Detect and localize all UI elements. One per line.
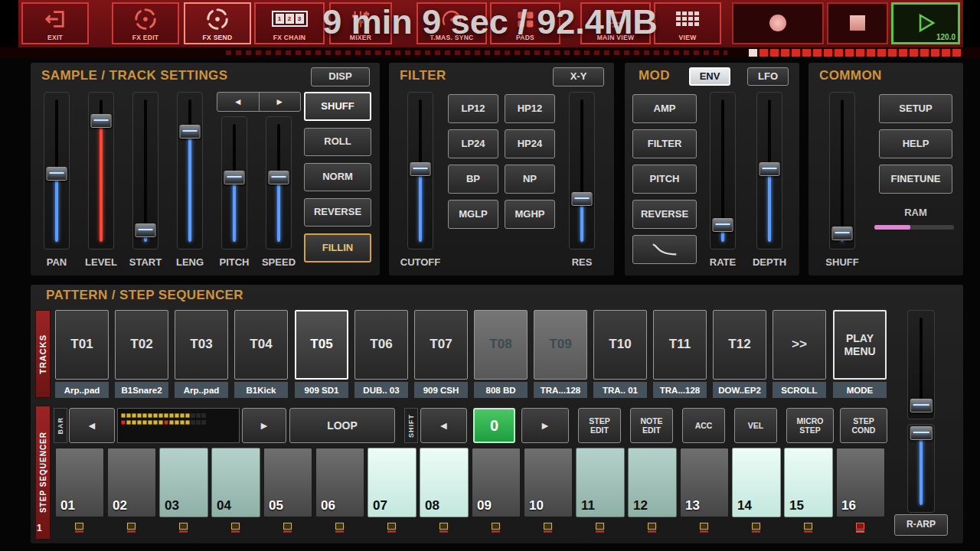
step-pad-05[interactable]: 05 <box>263 448 312 517</box>
roll-button[interactable]: ROLL <box>304 128 371 156</box>
fader-handle[interactable] <box>136 223 156 237</box>
fillin-button[interactable]: FILLIN <box>304 233 371 262</box>
main-view-button[interactable]: MAIN VIEW <box>580 2 651 44</box>
start-fader[interactable]: START <box>129 92 162 269</box>
shift-prev-button[interactable]: ◄ <box>420 408 467 443</box>
depth-fader[interactable]: DEPTH <box>753 92 786 269</box>
shift-next-button[interactable]: ► <box>521 408 569 443</box>
speed-fader[interactable]: SPEED <box>262 116 296 269</box>
track-button-t05[interactable]: T05 <box>295 310 348 380</box>
reverse-button[interactable]: REVERSE <box>304 198 371 227</box>
fx-chain-button[interactable]: 123 FX CHAIN <box>254 2 325 44</box>
track-button-t04[interactable]: T04 <box>234 310 288 380</box>
step-pad-10[interactable]: 10 <box>524 448 573 517</box>
track-button-t01[interactable]: T01 <box>55 310 109 380</box>
loop-button[interactable]: LOOP <box>289 408 395 443</box>
step-pad-09[interactable]: 09 <box>472 448 521 517</box>
fader-handle[interactable] <box>91 114 112 128</box>
step-pad-04[interactable]: 04 <box>211 448 260 517</box>
pads-button[interactable]: PADS <box>490 2 560 44</box>
fader-handle[interactable] <box>572 192 593 206</box>
finetune-button[interactable]: FINETUNE <box>879 165 952 194</box>
fader-handle[interactable] <box>910 426 933 440</box>
velocity-button[interactable]: VEL <box>734 408 777 443</box>
accent-button[interactable]: ACC <box>682 408 725 443</box>
cutoff-fader[interactable]: CUTOFF <box>403 92 437 269</box>
fader-handle[interactable] <box>224 171 245 184</box>
step-pad-07[interactable]: 07 <box>368 448 416 517</box>
fader-handle[interactable] <box>47 167 67 181</box>
shuffle-fader[interactable]: SHUFF <box>825 92 859 269</box>
track-button-t07[interactable]: T07 <box>414 310 468 380</box>
step-pad-11[interactable]: 11 <box>576 448 625 517</box>
fader-handle[interactable] <box>180 125 201 139</box>
track-button-t10[interactable]: T10 <box>593 310 647 380</box>
track-scroll-button[interactable]: >> <box>773 310 826 380</box>
rate-fader[interactable]: RATE <box>706 92 740 269</box>
mod-target-pitch[interactable]: PITCH <box>632 165 697 194</box>
exit-button[interactable]: EXIT <box>21 2 89 44</box>
filter-type-hp12[interactable]: HP12 <box>505 94 555 123</box>
fader-handle[interactable] <box>269 171 289 184</box>
fader-handle[interactable] <box>410 162 431 176</box>
step-pad-01[interactable]: 01 <box>55 448 104 517</box>
step-pad-15[interactable]: 15 <box>784 448 833 517</box>
track-button-t11[interactable]: T11 <box>653 310 707 380</box>
filter-type-lp12[interactable]: LP12 <box>448 94 498 123</box>
step-pad-08[interactable]: 08 <box>420 448 469 517</box>
resonance-fader[interactable]: RES <box>565 92 599 269</box>
step-edit-button[interactable]: STEP EDIT <box>578 408 621 443</box>
track-button-t08[interactable]: T08 <box>474 310 528 380</box>
filter-type-hp24[interactable]: HP24 <box>505 129 555 158</box>
step-pad-16[interactable]: 16 <box>836 448 885 517</box>
step-pad-14[interactable]: 14 <box>732 448 781 517</box>
bar-next-button[interactable]: ► <box>242 408 286 443</box>
fx-edit-button[interactable]: FX EDIT <box>112 2 179 44</box>
bar-prev-button[interactable]: ◄ <box>69 408 115 443</box>
step-cond-button[interactable]: STEP COND <box>840 408 887 443</box>
sample-prev-button[interactable]: ◄ <box>217 93 260 111</box>
track-button-t02[interactable]: T02 <box>115 310 168 380</box>
track-button-t12[interactable]: T12 <box>713 310 766 380</box>
fader-handle[interactable] <box>713 218 733 232</box>
fader-handle[interactable] <box>910 399 933 412</box>
step-pad-03[interactable]: 03 <box>159 448 208 517</box>
fx-send-button[interactable]: FX SEND <box>184 2 251 44</box>
mod-target-amp[interactable]: AMP <box>632 94 697 123</box>
setup-button[interactable]: SETUP <box>879 94 952 123</box>
stop-button[interactable] <box>827 2 888 44</box>
play-button[interactable]: 120.0 <box>891 2 960 44</box>
mod-target-reverse[interactable]: REVERSE <box>632 200 697 229</box>
track-button-t09[interactable]: T09 <box>534 310 587 380</box>
track-scroll-fader[interactable] <box>903 310 939 419</box>
xy-button[interactable]: X-Y <box>553 67 604 86</box>
play-menu-button[interactable]: PLAY MENU <box>833 310 887 380</box>
filter-type-mghp[interactable]: MGHP <box>505 200 555 229</box>
filter-type-np[interactable]: NP <box>505 165 555 194</box>
pitch-fader[interactable]: PITCH <box>217 116 251 269</box>
shuff-button[interactable]: SHUFF <box>304 92 371 121</box>
filter-type-mglp[interactable]: MGLP <box>448 200 498 229</box>
fader-handle[interactable] <box>832 227 853 240</box>
norm-button[interactable]: NORM <box>304 163 371 191</box>
sync-button[interactable]: T.MAS. SYNC <box>416 2 487 44</box>
filter-type-bp[interactable]: BP <box>448 165 498 194</box>
shift-value-button[interactable]: 0 <box>473 408 515 443</box>
step-area-fader[interactable] <box>903 424 939 513</box>
step-pad-06[interactable]: 06 <box>315 448 364 517</box>
fader-handle[interactable] <box>760 162 780 176</box>
help-button[interactable]: HELP <box>879 129 952 158</box>
sample-next-button[interactable]: ► <box>260 93 301 111</box>
mixer-button[interactable]: MIXER <box>329 2 392 44</box>
pattern-overview-grid[interactable] <box>117 408 240 443</box>
view-button[interactable]: VIEW <box>654 2 721 44</box>
filter-type-lp24[interactable]: LP24 <box>448 129 498 158</box>
level-fader[interactable]: LEVEL <box>84 92 118 269</box>
pan-fader[interactable]: PAN <box>40 92 74 269</box>
micro-step-button[interactable]: MICRO STEP <box>786 408 834 443</box>
env-button[interactable]: ENV <box>689 67 730 86</box>
r-arp-button[interactable]: R-ARP <box>894 514 948 536</box>
step-pad-12[interactable]: 12 <box>628 448 677 517</box>
step-pad-02[interactable]: 02 <box>107 448 156 517</box>
lfo-button[interactable]: LFO <box>747 67 789 86</box>
